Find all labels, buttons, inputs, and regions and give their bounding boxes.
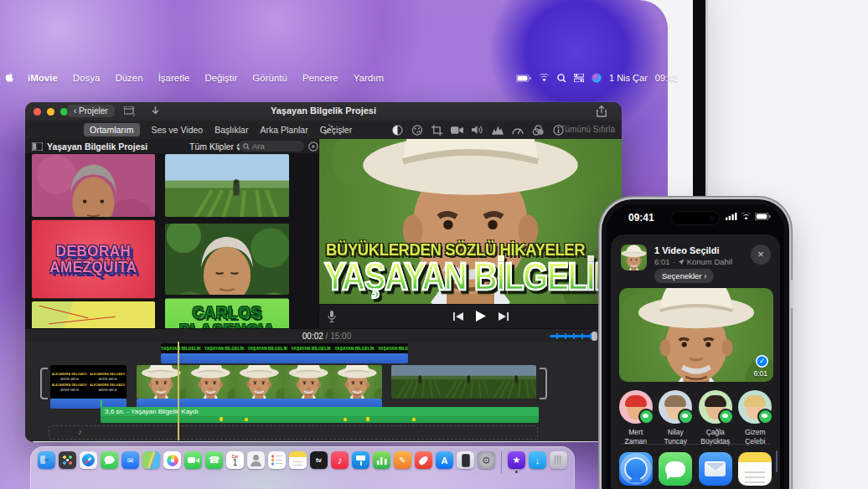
voiceover-mic-icon[interactable] [328, 311, 336, 323]
deborah-line2: AMÉZQUITA [49, 260, 137, 275]
background-music-well[interactable]: ♪ [49, 425, 538, 440]
dock-finder-icon[interactable] [38, 451, 55, 469]
tab-arka-planlar[interactable]: Arka Planlar [260, 125, 307, 135]
volume-icon[interactable] [472, 125, 483, 135]
dock-launchpad-icon[interactable] [59, 451, 76, 469]
stabilization-icon[interactable] [451, 126, 463, 135]
share-contact-gizem[interactable]: GizemÇelebi [736, 390, 774, 446]
clip-thumb-farm-field[interactable] [165, 154, 289, 217]
share-icon[interactable] [597, 106, 607, 117]
search-input[interactable] [252, 142, 294, 151]
menu-item-değiştir[interactable]: Değiştir [204, 73, 237, 83]
dock-app-store-icon[interactable]: A [436, 451, 453, 469]
menu-app-name[interactable]: iMovie [28, 73, 58, 83]
menu-item-dosya[interactable]: Dosya [73, 73, 101, 83]
menu-item-düzen[interactable]: Düzen [115, 73, 142, 83]
dock-facetime-icon[interactable] [184, 451, 202, 469]
clip-trim-handle-right[interactable] [540, 368, 547, 399]
tab-ses-ve-video[interactable]: Ses ve Video [152, 125, 204, 135]
audio-clip[interactable]: 3,6 sn. - Yaşayan Bilgelik Kaydı [101, 407, 539, 423]
clip-thumb-title-carlos[interactable]: CARLOS PLASENCIA [165, 299, 289, 328]
next-frame-icon[interactable] [498, 311, 509, 322]
dock-contacts-icon[interactable] [247, 451, 265, 469]
share-video-preview[interactable]: ✓ 6:01 [619, 288, 773, 382]
dock-pages-icon[interactable]: ✎ [394, 451, 411, 469]
menu-clock[interactable]: 09:41 [655, 73, 679, 83]
viewer[interactable]: BÜYÜKLERDEN SÖZLÜ HİKAYELER YAŞAYAN BİLG… [319, 139, 622, 304]
share-options-button[interactable]: Seçenekler › [654, 269, 714, 283]
spotlight-search-icon[interactable] [557, 74, 566, 83]
share-contact-çağla[interactable]: ÇağlaBüyüktaş [696, 390, 735, 446]
share-contact-nilay[interactable]: NilayTuncay [656, 390, 695, 446]
tab-başlıklar[interactable]: Başlıklar [214, 125, 248, 135]
share-app-airdrop[interactable]: AirDrop [617, 452, 655, 489]
previous-frame-icon[interactable] [453, 311, 464, 322]
share-app-mail[interactable]: Mail [696, 452, 735, 489]
color-correction-icon[interactable] [411, 125, 423, 136]
broll-clip-filmstrip[interactable] [391, 365, 536, 399]
dock-messages-icon[interactable] [101, 451, 118, 469]
color-filters-icon[interactable] [532, 125, 545, 136]
menu-item-yardım[interactable]: Yardım [354, 73, 384, 83]
dock-trash-icon[interactable] [550, 451, 567, 469]
dock-reminders-icon[interactable] [268, 451, 286, 469]
clip-thumb-elder-woman-magenta[interactable] [32, 154, 155, 217]
menu-date[interactable]: 1 Nis Çar [609, 73, 648, 83]
dock-tv-icon[interactable]: tv [310, 451, 328, 469]
dock-iphone-mirroring-icon[interactable] [457, 451, 474, 469]
dock-notes-icon[interactable] [289, 451, 307, 469]
dock-music-icon[interactable]: ♪ [331, 451, 349, 469]
dock-safari-icon[interactable] [80, 451, 97, 469]
apple-menu-icon[interactable] [5, 73, 16, 84]
menu-item-görüntü[interactable]: Görüntü [252, 73, 287, 83]
share-app-notlar[interactable]: Notlar [736, 452, 774, 489]
play-icon[interactable] [476, 311, 486, 322]
title-overlay-filmstrip[interactable]: YAŞAYAN BİLGELİKYAŞAYAN BİLGELİKYAŞAYAN … [161, 343, 408, 353]
title-thumb-text: YAŞAYAN BİLGELİK [291, 346, 331, 351]
clip-thumb-title-deborah[interactable]: DEBORAH AMÉZQUITA [32, 220, 155, 299]
title-overlay-bar[interactable] [161, 353, 408, 363]
speed-icon[interactable] [512, 125, 524, 135]
dock-downloads-icon[interactable] [529, 451, 546, 469]
iphone-side-button [791, 280, 793, 308]
tab-ortamlarım[interactable]: Ortamlarım [84, 123, 140, 136]
dock-system-settings-icon[interactable]: ⚙ [478, 451, 495, 469]
crop-icon[interactable] [431, 125, 442, 136]
playhead[interactable] [178, 342, 179, 440]
menu-item-pencere[interactable]: Pencere [302, 73, 338, 83]
dock-calendar-icon[interactable]: Çar1 [226, 451, 244, 469]
clip-thumb-elder-woman-foliage[interactable] [165, 224, 289, 295]
menu-item-i̇şaretle[interactable]: İşaretle [158, 73, 190, 83]
siri-icon[interactable] [592, 73, 602, 83]
timeline-scrollbar[interactable] [30, 441, 616, 442]
search-field[interactable] [239, 141, 304, 152]
timeline-zoom-slider[interactable] [550, 335, 593, 337]
dock-keynote-icon[interactable] [352, 451, 369, 469]
sidebar-toggle-icon[interactable] [32, 142, 43, 151]
dock-maps-icon[interactable] [142, 451, 160, 469]
title-thumb-text: YAŞAYAN BİLGELİK [248, 346, 288, 351]
share-close-button[interactable]: × [751, 244, 771, 265]
dock-photos-icon[interactable] [163, 451, 181, 469]
enhance-wand-icon[interactable] [323, 124, 335, 136]
dock-phone-icon[interactable]: ☎ [205, 451, 223, 469]
dock-numbers-icon[interactable] [373, 451, 390, 469]
dock-mail-icon[interactable]: ✉ [121, 451, 139, 469]
color-balance-icon[interactable] [392, 125, 403, 136]
dock-rocket-icon[interactable] [415, 451, 432, 469]
control-center-icon[interactable] [574, 74, 584, 82]
clips-filter-dropdown[interactable]: Tüm Klipler [189, 142, 242, 152]
zoom-slider-knob[interactable] [592, 332, 597, 341]
messages-badge-icon [718, 409, 734, 425]
noise-reduction-icon[interactable] [492, 126, 504, 135]
dock-imovie-icon[interactable]: ★ [508, 451, 525, 469]
browser-play-filter-icon[interactable] [308, 142, 318, 152]
share-contact-mert[interactable]: MertZaman [617, 390, 655, 446]
clip-thumb-map[interactable]: UNITED STATES [32, 301, 155, 328]
mail-icon [699, 452, 732, 486]
interview-clip-filmstrip[interactable] [137, 365, 382, 399]
clip-trim-handle-left[interactable] [40, 368, 48, 399]
reset-all-button[interactable]: Tümünü Sıfırla [560, 125, 615, 134]
credits-clip[interactable]: ALEJANDRA DELGADOJASMINE GARCIAALEJANDRA… [50, 365, 127, 399]
share-app-mesajlar[interactable]: Mesajlar [656, 452, 695, 489]
